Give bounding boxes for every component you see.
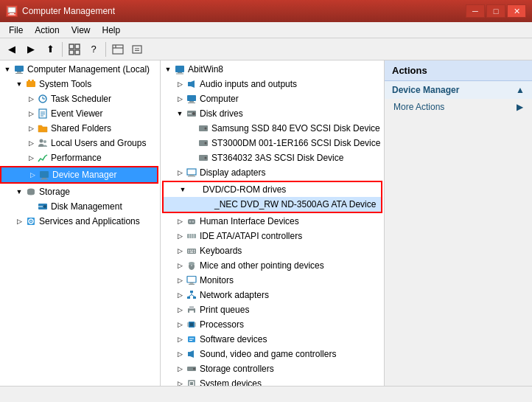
title-bar-left: Computer Management <box>6 5 115 17</box>
keyboard-icon <box>186 245 197 257</box>
tree-system-tools[interactable]: ▼ System Tools <box>0 77 160 91</box>
close-button[interactable]: ✕ <box>507 4 526 18</box>
svg-rect-41 <box>188 82 191 86</box>
middle-hid[interactable]: ▷ Human Interface Devices <box>161 214 384 229</box>
svg-rect-10 <box>133 46 141 53</box>
middle-network[interactable]: ▷ Network adapters <box>161 288 384 302</box>
expand-disk-drives[interactable]: ▼ <box>174 108 186 119</box>
tree-root[interactable]: ▼ Computer Management (Local) <box>0 62 160 77</box>
expand-audio[interactable]: ▷ <box>174 78 186 90</box>
actions-more-actions[interactable]: More Actions ▶ <box>385 99 532 115</box>
storage-ctrl-icon <box>186 363 197 375</box>
expand-computer[interactable]: ▷ <box>174 93 186 105</box>
middle-nec-dvd[interactable]: _NEC DVD_RW ND-3500AG ATA Device <box>164 197 381 212</box>
nec-dvd-label: _NEC DVD_RW ND-3500AG ATA Device <box>214 199 376 209</box>
expand-performance[interactable]: ▷ <box>25 152 37 164</box>
expand-shared-folders[interactable]: ▷ <box>25 122 37 134</box>
actions-header: Actions <box>385 60 532 81</box>
task-scheduler-icon <box>37 93 49 105</box>
expand-keyboards[interactable]: ▷ <box>174 245 186 257</box>
tree-event-viewer[interactable]: ▷ Event Viewer <box>0 106 160 121</box>
expand-local-users[interactable]: ▷ <box>25 137 37 149</box>
display-icon <box>186 167 197 179</box>
middle-mice[interactable]: ▷ Mice and other pointing devices <box>161 258 384 273</box>
middle-monitors[interactable]: ▷ Monitors <box>161 273 384 288</box>
expand-event-viewer[interactable]: ▷ <box>25 108 37 119</box>
expand-dvd[interactable]: ▼ <box>177 184 189 195</box>
middle-root[interactable]: ▼ AbitWin8 <box>161 62 384 77</box>
main-container: ▼ Computer Management (Local) ▼ System T… <box>0 60 532 386</box>
expand-storage[interactable]: ▼ <box>13 186 25 198</box>
middle-disk-drives[interactable]: ▼ Disk drives <box>161 106 384 121</box>
st364-icon <box>197 152 209 164</box>
middle-system-devices[interactable]: ▷ System devices <box>161 376 384 386</box>
tree-disk-management[interactable]: Disk Management <box>0 199 160 214</box>
maximize-button[interactable]: □ <box>486 4 505 18</box>
middle-audio[interactable]: ▷ Audio inputs and outputs <box>161 77 384 91</box>
expand-print[interactable]: ▷ <box>174 304 186 316</box>
up-button[interactable]: ⬆ <box>41 41 59 58</box>
expand-middle-root[interactable]: ▼ <box>162 63 174 75</box>
middle-storage-ctrl[interactable]: ▷ Storage controllers <box>161 361 384 376</box>
tree-task-scheduler[interactable]: ▷ Task Scheduler <box>0 91 160 106</box>
tree-performance[interactable]: ▷ Performance <box>0 150 160 165</box>
middle-st3000[interactable]: ST3000DM 001-1ER166 SCSI Disk Device <box>161 136 384 150</box>
services-apps-label: Services and Applications <box>39 216 140 226</box>
middle-processors[interactable]: ▷ Processors <box>161 317 384 332</box>
dvd-highlight-box: ▼ DVD/CD-ROM drives _NEC DVD_RW ND-3500A… <box>162 181 382 213</box>
expand-storage-ctrl[interactable]: ▷ <box>174 363 186 375</box>
expand-network[interactable]: ▷ <box>174 289 186 301</box>
middle-st364[interactable]: ST364032 3AS SCSI Disk Device <box>161 150 384 165</box>
tree-storage[interactable]: ▼ Storage <box>0 184 160 199</box>
tree-services-apps[interactable]: ▷ Services and Applications <box>0 214 160 229</box>
menu-help[interactable]: Help <box>97 24 127 37</box>
disk-management-icon <box>37 201 49 212</box>
expand-software[interactable]: ▷ <box>174 333 186 345</box>
dvd-label: DVD/CD-ROM drives <box>203 184 286 195</box>
export-button[interactable] <box>128 41 146 58</box>
samsung-label: Samsung SSD 840 EVO SCSI Disk Device <box>211 123 380 134</box>
middle-sound[interactable]: ▷ Sound, video and game controllers <box>161 347 384 361</box>
middle-keyboards[interactable]: ▷ Keyboards <box>161 243 384 258</box>
tree-device-manager[interactable]: ▷ Device Manager <box>1 167 157 182</box>
middle-display[interactable]: ▷ Display adapters <box>161 165 384 180</box>
forward-button[interactable]: ▶ <box>22 41 40 58</box>
middle-print[interactable]: ▷ Print queues <box>161 302 384 317</box>
expand-services-apps[interactable]: ▷ <box>13 215 25 227</box>
expand-display[interactable]: ▷ <box>174 167 186 179</box>
expand-processors[interactable]: ▷ <box>174 319 186 330</box>
expand-system-devices[interactable]: ▷ <box>174 378 186 386</box>
svg-rect-84 <box>190 291 193 293</box>
expand-ide[interactable]: ▷ <box>174 230 186 242</box>
svg-rect-7 <box>113 45 123 54</box>
expand-root[interactable]: ▼ <box>1 63 13 75</box>
middle-samsung-ssd[interactable]: Samsung SSD 840 EVO SCSI Disk Device <box>161 121 384 136</box>
expand-system-tools[interactable]: ▼ <box>13 78 25 90</box>
middle-software[interactable]: ▷ Software devices <box>161 332 384 347</box>
menu-view[interactable]: View <box>66 24 97 37</box>
menu-action[interactable]: Action <box>29 24 65 37</box>
properties-button[interactable] <box>109 41 127 58</box>
expand-task-scheduler[interactable]: ▷ <box>25 93 37 105</box>
back-button[interactable]: ◀ <box>3 41 21 58</box>
help-button[interactable]: ? <box>85 41 102 58</box>
menu-file[interactable]: File <box>3 24 29 37</box>
window-controls[interactable]: ─ □ ✕ <box>466 4 526 18</box>
expand-sound[interactable]: ▷ <box>174 348 186 360</box>
show-hide-button[interactable] <box>66 41 83 58</box>
expand-mice[interactable]: ▷ <box>174 260 186 271</box>
hid-label: Human Interface Devices <box>200 216 299 226</box>
expand-device-manager[interactable]: ▷ <box>27 169 38 181</box>
svg-point-27 <box>43 140 46 143</box>
computer-m-icon <box>186 93 197 105</box>
middle-ide[interactable]: ▷ IDE ATA/ATAPI controllers <box>161 229 384 243</box>
tree-shared-folders[interactable]: ▷ Shared Folders <box>0 121 160 136</box>
middle-dvd[interactable]: ▼ DVD/CD-ROM drives <box>164 182 381 197</box>
svg-point-37 <box>30 221 32 222</box>
middle-panel: ▼ AbitWin8 ▷ Audio inputs and outputs ▷ … <box>161 60 385 386</box>
expand-hid[interactable]: ▷ <box>174 215 186 227</box>
tree-local-users[interactable]: ▷ Local Users and Groups <box>0 136 160 150</box>
middle-computer[interactable]: ▷ Computer <box>161 91 384 106</box>
minimize-button[interactable]: ─ <box>466 4 485 18</box>
expand-monitors[interactable]: ▷ <box>174 274 186 286</box>
